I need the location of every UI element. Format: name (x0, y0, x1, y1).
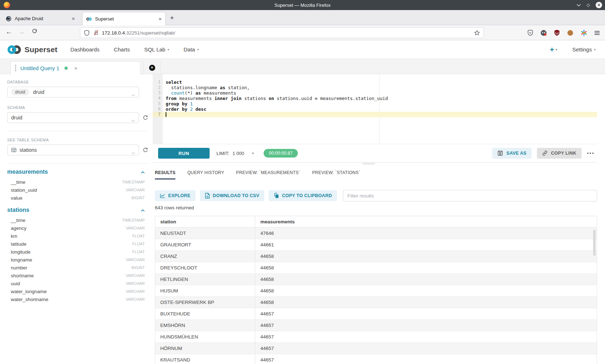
druid-favicon-icon (6, 16, 12, 22)
download-csv-label: DOWNLOAD TO CSV (213, 193, 259, 198)
chevron-up-icon[interactable] (141, 207, 145, 213)
results-tab-preview-stations[interactable]: PREVIEW: `STATIONS` (312, 165, 360, 180)
nav-item-data[interactable]: Data▾ (184, 46, 199, 53)
schema-column-row: agencyVARCHAR (7, 224, 145, 232)
chevron-up-icon[interactable] (141, 169, 145, 175)
nav-item-dashboards[interactable]: Dashboards (70, 46, 99, 53)
refresh-tables-icon[interactable] (142, 147, 148, 154)
sql-editor[interactable]: 1234567 select stations.longname as stat… (153, 74, 597, 144)
reload-button[interactable] (32, 28, 37, 36)
insecure-lock-icon[interactable] (93, 30, 99, 36)
code-line[interactable] (163, 112, 597, 117)
results-tab-results[interactable]: RESULTS (155, 165, 175, 180)
column-header-measurements[interactable]: measurements (255, 216, 597, 227)
explore-button[interactable]: EXPLORE (155, 190, 196, 201)
column-name: value (7, 195, 22, 201)
mask-extension-icon[interactable] (540, 29, 547, 36)
add-query-tab[interactable]: + (143, 61, 161, 74)
code-line[interactable]: from measurements inner join stations on… (163, 96, 597, 101)
window-menu-chevron-icon[interactable] (577, 2, 581, 8)
table-row: HÖRNUM44657 (155, 343, 597, 354)
column-type: VARCHAR (126, 281, 145, 286)
copy-icon (274, 193, 279, 199)
table-schema-select[interactable]: stations (7, 145, 139, 155)
code-line[interactable]: select (163, 79, 597, 85)
filter-results-input[interactable] (343, 190, 597, 201)
url-bar[interactable]: 172.18.0.4:32251/superset/sqllab/ (80, 27, 484, 38)
column-header-station[interactable]: station (155, 216, 255, 227)
cell-station: BUXTEHUDE (155, 308, 255, 319)
schema-table-header-stations[interactable]: stations (7, 207, 145, 213)
drag-handle-icon[interactable] (15, 65, 16, 71)
tab-close-icon[interactable]: × (72, 15, 75, 22)
browser-tab-apache-druid[interactable]: Apache Druid × (2, 12, 79, 25)
add-new-button[interactable]: +▾ (550, 45, 557, 54)
hamburger-menu-icon[interactable] (594, 31, 600, 35)
cell-measurements: 44658 (255, 297, 597, 308)
tracking-shield-icon[interactable] (84, 30, 90, 36)
shield-extension-icon[interactable] (527, 29, 533, 36)
new-tab-button[interactable]: + (170, 14, 174, 21)
column-name: water_longname (7, 289, 47, 294)
limit-dropdown[interactable]: LIMIT: 1 000 ▾ (216, 151, 254, 156)
bookmark-star-icon[interactable] (474, 30, 480, 36)
divider (7, 163, 148, 164)
table-row: HUNDSMÜHLEN44657 (155, 331, 597, 343)
refresh-schemas-icon[interactable] (142, 114, 148, 122)
column-type: BIGINT (131, 196, 145, 200)
pane-resize-handle[interactable] (363, 162, 375, 165)
database-value: druid (33, 89, 44, 95)
code-line[interactable]: stations.longname as station, (163, 85, 597, 90)
editor-gutter: 1234567 (153, 74, 163, 144)
chevron-down-icon: ▾ (594, 48, 596, 51)
nav-item-charts[interactable]: Charts (114, 46, 130, 53)
window-close-button[interactable]: × (596, 2, 602, 8)
cell-measurements: 44657 (255, 320, 597, 331)
more-options-button[interactable] (587, 150, 595, 156)
cookie-icon[interactable] (567, 29, 574, 36)
cell-measurements: 44657 (255, 308, 597, 319)
table-row: DREYSCHLOOT44658 (155, 262, 597, 274)
window-restore-icon[interactable]: ◇ (587, 3, 590, 8)
cell-measurements: 44657 (255, 331, 597, 342)
superset-brand[interactable]: Superset (6, 45, 57, 55)
copy-to-clipboard-button[interactable]: COPY TO CLIPBOARD (269, 190, 337, 201)
see-table-schema-label: SEE TABLE SCHEMA (7, 138, 148, 142)
database-select[interactable]: druid druid (7, 87, 139, 97)
browser-tab-superset[interactable]: Superset × (82, 12, 166, 26)
ublock-shield-icon[interactable] (554, 29, 560, 36)
query-timer-badge: 00:00:00.87 (264, 149, 297, 158)
code-line[interactable]: order by 2 desc (163, 106, 597, 112)
code-line[interactable]: count(*) as measurements (163, 90, 597, 96)
chevron-down-icon: ▾ (167, 48, 169, 51)
table-row: GRAUERORT44661 (155, 239, 597, 251)
forward-button[interactable]: → (19, 28, 25, 36)
results-tab-query-history[interactable]: QUERY HISTORY (187, 165, 224, 180)
column-name: water_shortname (7, 297, 48, 302)
tab-close-icon[interactable]: × (158, 16, 162, 22)
schema-select[interactable]: druid (7, 112, 139, 123)
save-as-button[interactable]: SAVE AS (492, 148, 532, 159)
run-button[interactable]: RUN (158, 148, 210, 159)
editor-code[interactable]: select stations.longname as station, cou… (163, 74, 597, 144)
nav-item-sql-lab[interactable]: SQL Lab▾ (144, 46, 169, 53)
results-table-body: NEUSTADT47646GRAUERORT44661CRANZ44658DRE… (155, 228, 597, 364)
download-csv-button[interactable]: DOWNLOAD TO CSV (200, 190, 264, 201)
column-name: longitude (7, 249, 31, 255)
results-table-header: station measurements (155, 216, 597, 228)
copy-link-button[interactable]: COPY LINK (537, 148, 582, 159)
code-line[interactable]: group by 1 (163, 101, 597, 106)
schema-table-header-measurements[interactable]: measurements (7, 169, 145, 175)
back-button[interactable]: ← (6, 28, 12, 36)
query-tab-close-icon[interactable]: × (74, 65, 77, 71)
link-icon (542, 150, 548, 156)
colorful-asterisk-icon[interactable] (581, 29, 587, 36)
explore-chart-icon (160, 193, 165, 199)
copy-link-label: COPY LINK (551, 151, 577, 156)
results-tab-preview-measurements[interactable]: PREVIEW: `MEASUREMENTS` (236, 165, 300, 180)
query-tabstrip: Untitled Query 1 × + (0, 59, 605, 74)
query-tab-untitled-1[interactable]: Untitled Query 1 × (10, 61, 140, 74)
settings-menu[interactable]: Settings▾ (572, 46, 596, 53)
results-scrollbar-thumb[interactable] (593, 230, 596, 256)
column-type: TIMESTAMP (122, 180, 145, 184)
